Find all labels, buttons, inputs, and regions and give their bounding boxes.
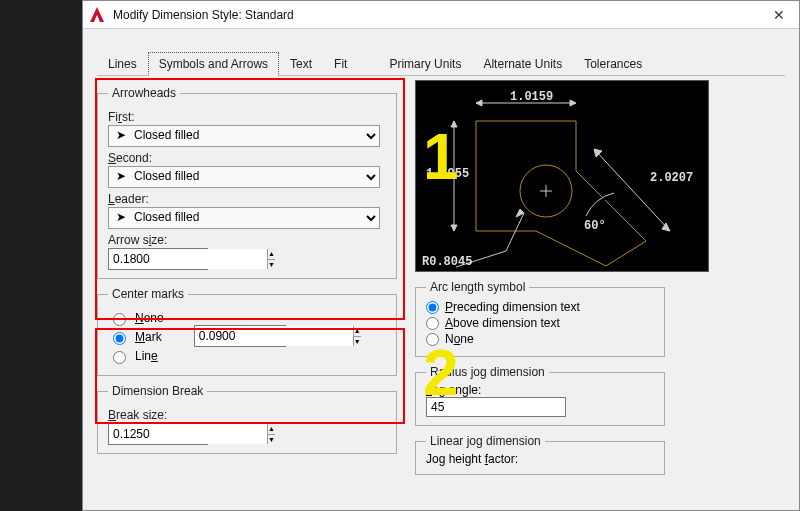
jog-angle-input[interactable] xyxy=(426,397,566,417)
arc-none-radio[interactable] xyxy=(426,333,439,346)
svg-marker-0 xyxy=(90,7,104,22)
tab-lines[interactable]: Lines xyxy=(97,52,148,76)
tab-alternate-units[interactable]: Alternate Units xyxy=(472,52,573,76)
tab-fit[interactable]: Fit xyxy=(323,52,358,76)
tab-tolerances[interactable]: Tolerances xyxy=(573,52,653,76)
arc-length-group: Arc length symbol Preceding dimension te… xyxy=(415,280,665,357)
jog-angle-label: Jog angle: xyxy=(426,383,546,397)
arc-above-label: Above dimension text xyxy=(445,316,560,330)
jog-height-factor-label: Jog height factor: xyxy=(426,452,654,466)
tab-primary-units[interactable]: Primary Units xyxy=(378,52,472,76)
preview-dim-left: 1.1955 xyxy=(426,167,469,181)
radius-jog-group: Radius jog dimension Jog angle: xyxy=(415,365,665,426)
break-size-input[interactable] xyxy=(109,424,267,444)
left-column: Arrowheads First: ➤ Closed filled Second… xyxy=(97,86,397,454)
preview-dim-radius: R0.8045 xyxy=(422,255,472,269)
content-area: Arrowheads First: ➤ Closed filled Second… xyxy=(83,78,799,511)
second-arrowhead-select[interactable] xyxy=(108,166,380,188)
svg-marker-5 xyxy=(476,100,482,106)
arc-above-radio[interactable] xyxy=(426,317,439,330)
second-label: Second: xyxy=(108,151,386,165)
center-line-label: Line xyxy=(135,349,158,363)
center-mark-label: Mark xyxy=(135,330,162,344)
center-mark-size-spinner[interactable]: ▲ ▼ xyxy=(194,325,286,347)
leader-label: Leader: xyxy=(108,192,386,206)
arc-none-label: None xyxy=(445,332,474,346)
arc-preceding-label: Preceding dimension text xyxy=(445,300,580,314)
svg-marker-9 xyxy=(451,225,457,231)
arrow-size-spinner[interactable]: ▲ ▼ xyxy=(108,248,208,270)
center-none-label: None xyxy=(135,311,164,325)
spin-down-icon[interactable]: ▼ xyxy=(354,337,361,347)
preview-dim-top: 1.0159 xyxy=(510,90,553,104)
tabstrip: Lines Symbols and Arrows Text Fit Primar… xyxy=(97,51,785,76)
svg-marker-6 xyxy=(570,100,576,106)
spin-down-icon[interactable]: ▼ xyxy=(268,435,275,445)
spin-down-icon[interactable]: ▼ xyxy=(268,260,275,270)
center-none-radio[interactable] xyxy=(113,313,126,326)
radius-jog-legend: Radius jog dimension xyxy=(426,365,549,379)
center-marks-group: Center marks None Mark Line xyxy=(97,287,397,376)
dimension-style-dialog: Modify Dimension Style: Standard ✕ Lines… xyxy=(82,0,800,511)
preview-dim-right: 2.0207 xyxy=(650,171,693,185)
svg-marker-8 xyxy=(451,121,457,127)
linear-jog-group: Linear jog dimension Jog height factor: xyxy=(415,434,665,475)
right-column: 1.0159 1.1955 2.0207 60° R0.8045 Arc len… xyxy=(415,80,775,483)
app-logo xyxy=(87,5,107,25)
dimension-break-legend: Dimension Break xyxy=(108,384,207,398)
svg-line-15 xyxy=(506,213,524,251)
tab-text[interactable]: Text xyxy=(279,52,323,76)
spin-up-icon[interactable]: ▲ xyxy=(268,424,275,435)
break-size-label: Break size: xyxy=(108,408,386,422)
leader-arrowhead-select[interactable] xyxy=(108,207,380,229)
arrow-size-label: Arrow size: xyxy=(108,233,386,247)
spin-up-icon[interactable]: ▲ xyxy=(354,326,361,337)
arrowheads-group: Arrowheads First: ➤ Closed filled Second… xyxy=(97,86,397,279)
arc-preceding-radio[interactable] xyxy=(426,301,439,314)
preview-dim-angle: 60° xyxy=(584,219,606,233)
linear-jog-legend: Linear jog dimension xyxy=(426,434,545,448)
arrowheads-legend: Arrowheads xyxy=(108,86,180,100)
first-arrowhead-select[interactable] xyxy=(108,125,380,147)
tab-symbols-arrows[interactable]: Symbols and Arrows xyxy=(148,52,279,76)
dimension-break-group: Dimension Break Break size: ▲ ▼ xyxy=(97,384,397,454)
center-line-radio[interactable] xyxy=(113,351,126,364)
window-title: Modify Dimension Style: Standard xyxy=(113,8,763,22)
break-size-spinner[interactable]: ▲ ▼ xyxy=(108,423,208,445)
first-label: First: xyxy=(108,110,386,124)
arc-length-legend: Arc length symbol xyxy=(426,280,529,294)
close-button[interactable]: ✕ xyxy=(763,3,795,27)
spin-up-icon[interactable]: ▲ xyxy=(268,249,275,260)
titlebar: Modify Dimension Style: Standard ✕ xyxy=(83,1,799,29)
arrow-size-input[interactable] xyxy=(109,249,267,269)
center-mark-size-input[interactable] xyxy=(195,326,353,346)
center-mark-radio[interactable] xyxy=(113,332,126,345)
center-marks-legend: Center marks xyxy=(108,287,188,301)
preview-panel: 1.0159 1.1955 2.0207 60° R0.8045 xyxy=(415,80,709,272)
